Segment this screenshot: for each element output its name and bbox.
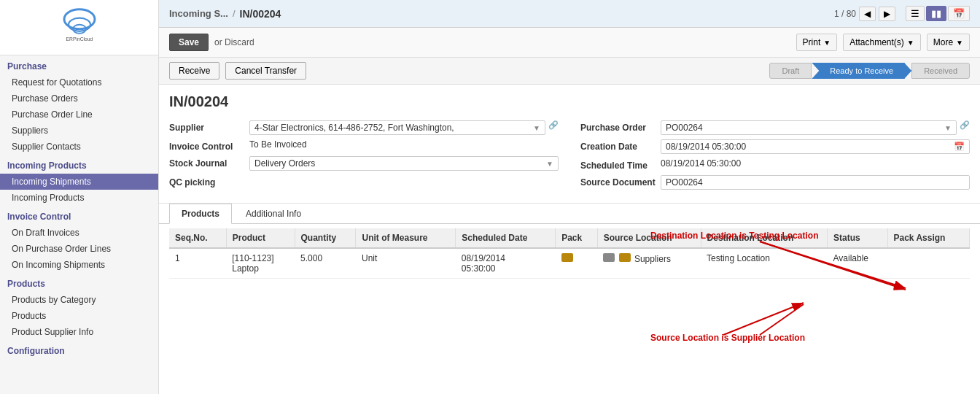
sidebar-header-config[interactable]: Configuration — [0, 340, 158, 359]
form-view-button[interactable]: ▮▮ — [926, 6, 946, 21]
src-arrow-line — [760, 304, 804, 335]
src-arrow — [723, 303, 804, 335]
sidebar-item-pol[interactable]: Purchase Order Line — [0, 107, 158, 123]
cell-pack-assign — [887, 248, 970, 279]
breadcrumb-separator: / — [233, 8, 236, 19]
sidebar-header-invoice[interactable]: Invoice Control — [0, 206, 158, 225]
supplier-ext-link-icon[interactable]: 🔗 — [548, 120, 559, 130]
po-label: Purchase Order — [580, 120, 661, 133]
calendar-view-button[interactable]: 📅 — [948, 6, 970, 21]
col-quantity: Quantity — [295, 228, 356, 248]
col-source-location: Source Location — [597, 228, 701, 248]
sidebar-item-po-lines[interactable]: On Purchase Order Lines — [0, 241, 158, 257]
col-scheduled-date: Scheduled Date — [456, 228, 556, 248]
attachments-label: Attachment(s) — [849, 37, 904, 47]
cell-destination-location: Testing Location — [701, 248, 827, 279]
more-label: More — [933, 37, 953, 47]
view-buttons: ☰ ▮▮ 📅 — [906, 6, 970, 21]
creation-date-input[interactable]: 08/19/2014 05:30:00 📅 — [661, 139, 970, 154]
sidebar-item-products-by-cat[interactable]: Products by Category — [0, 292, 158, 308]
sidebar-section-incoming: Incoming Products Incoming Shipments Inc… — [0, 155, 158, 206]
pager-prev-button[interactable]: ◀ — [859, 7, 876, 21]
invoice-control-label: Invoice Control — [169, 139, 249, 152]
sidebar-item-incoming-shipments-inv[interactable]: On Incoming Shipments — [0, 257, 158, 273]
cell-source-location: Suppliers — [597, 248, 701, 279]
save-button[interactable]: Save — [169, 34, 209, 51]
status-bar: Receive Cancel Transfer Draft Ready to R… — [159, 58, 980, 85]
discard-text[interactable]: or Discard — [214, 37, 254, 47]
cell-scheduled-date: 08/19/201405:30:00 — [456, 248, 556, 279]
sidebar-item-draft-invoices[interactable]: On Draft Invoices — [0, 225, 158, 241]
tabs-area: Products Additional Info — [159, 204, 980, 224]
more-arrow-icon: ▼ — [956, 39, 963, 47]
sidebar-section-products: Products Products by Category Products P… — [0, 273, 158, 340]
sidebar-header-products[interactable]: Products — [0, 273, 158, 292]
more-button[interactable]: More ▼ — [927, 34, 970, 51]
sidebar-item-po[interactable]: Purchase Orders — [0, 90, 158, 107]
sidebar-item-suppliers[interactable]: Suppliers — [0, 123, 158, 139]
step-received: Received — [911, 63, 970, 79]
src-annotation-text: Source Location is Supplier Location — [650, 333, 805, 343]
toolbar: Save or Discard Print ▼ Attachment(s) ▼ … — [159, 28, 980, 58]
po-ext-link-icon[interactable]: 🔗 — [960, 120, 970, 130]
print-arrow-icon: ▼ — [823, 39, 831, 47]
col-uom: Unit of Measure — [356, 228, 456, 248]
tab-products[interactable]: Products — [169, 204, 232, 224]
cell-product: [110-1123]Laptop — [226, 248, 295, 279]
qc-picking-row: QC picking — [169, 175, 559, 188]
col-status: Status — [828, 228, 887, 248]
sidebar-item-incoming-products[interactable]: Incoming Products — [0, 190, 158, 206]
form-columns: Supplier 4-Star Electronics, 614-486-275… — [169, 120, 970, 194]
supplier-input[interactable]: 4-Star Electronics, 614-486-2752, Fort W… — [249, 120, 545, 135]
cell-seq: 1 — [169, 248, 226, 279]
po-input[interactable]: PO00264 ▼ — [661, 120, 957, 135]
pager-next-button[interactable]: ▶ — [879, 7, 895, 21]
pack-icon-3 — [619, 253, 631, 262]
main-content: Incoming S... / IN/00204 1 / 80 ◀ ▶ ☰ ▮▮… — [159, 0, 980, 394]
list-view-button[interactable]: ☰ — [906, 6, 925, 21]
pager: 1 / 80 ◀ ▶ — [834, 7, 895, 21]
stock-journal-text: Delivery Orders — [254, 158, 315, 169]
sidebar-item-supplier-contacts[interactable]: Supplier Contacts — [0, 139, 158, 155]
sidebar-item-product-supplier[interactable]: Product Supplier Info — [0, 324, 158, 340]
pack-icon-2 — [603, 253, 615, 262]
form-left-col: Supplier 4-Star Electronics, 614-486-275… — [169, 120, 559, 194]
stock-journal-input[interactable]: Delivery Orders ▼ — [249, 156, 559, 171]
sidebar-section-invoice: Invoice Control On Draft Invoices On Pur… — [0, 206, 158, 273]
product-text: [110-1123]Laptop — [232, 253, 273, 274]
cancel-transfer-button[interactable]: Cancel Transfer — [225, 62, 306, 80]
print-label: Print — [803, 37, 821, 47]
breadcrumb-parent[interactable]: Incoming S... — [169, 8, 228, 19]
sidebar-item-incoming-shipments[interactable]: Incoming Shipments — [0, 174, 158, 190]
qc-picking-label: QC picking — [169, 175, 249, 188]
sidebar-header-purchase[interactable]: Purchase — [0, 55, 158, 74]
source-doc-input[interactable]: PO00264 — [661, 175, 970, 190]
attachments-button[interactable]: Attachment(s) ▼ — [843, 34, 921, 51]
logo: ERPinCloud — [0, 0, 158, 55]
form-right-col: Purchase Order PO00264 ▼ 🔗 Creation Date… — [580, 120, 970, 194]
sidebar-item-products[interactable]: Products — [0, 308, 158, 324]
invoice-control-row: Invoice Control To Be Invoiced — [169, 139, 559, 152]
po-row: Purchase Order PO00264 ▼ 🔗 — [580, 120, 970, 135]
source-doc-label: Source Document — [580, 175, 661, 188]
cell-uom: Unit — [356, 248, 456, 279]
supplier-label: Supplier — [169, 120, 249, 133]
supplier-input-text: 4-Star Electronics, 614-486-2752, Fort W… — [254, 123, 454, 133]
print-button[interactable]: Print ▼ — [796, 34, 838, 51]
sidebar-section-purchase: Purchase Request for Quotations Purchase… — [0, 55, 158, 155]
stock-journal-dropdown-icon: ▼ — [546, 160, 553, 168]
sidebar-section-config: Configuration — [0, 340, 158, 359]
calendar-icon[interactable]: 📅 — [954, 142, 965, 152]
sidebar-item-rfq[interactable]: Request for Quotations — [0, 74, 158, 90]
sidebar-header-incoming[interactable]: Incoming Products — [0, 155, 158, 174]
scheduled-time-row: Scheduled Time 08/19/2014 05:30:00 — [580, 158, 970, 171]
table-header-row: Seq.No. Product Quantity Unit of Measure… — [169, 228, 970, 248]
step-draft: Draft — [769, 63, 812, 79]
scheduled-time-value: 08/19/2014 05:30:00 — [661, 158, 970, 169]
products-table: Seq.No. Product Quantity Unit of Measure… — [169, 228, 970, 279]
form-title: IN/00204 — [169, 93, 970, 110]
receive-button[interactable]: Receive — [169, 62, 219, 80]
tab-additional-info[interactable]: Additional Info — [233, 204, 314, 224]
top-header: Incoming S... / IN/00204 1 / 80 ◀ ▶ ☰ ▮▮… — [159, 0, 980, 28]
po-dropdown-icon: ▼ — [944, 124, 952, 132]
